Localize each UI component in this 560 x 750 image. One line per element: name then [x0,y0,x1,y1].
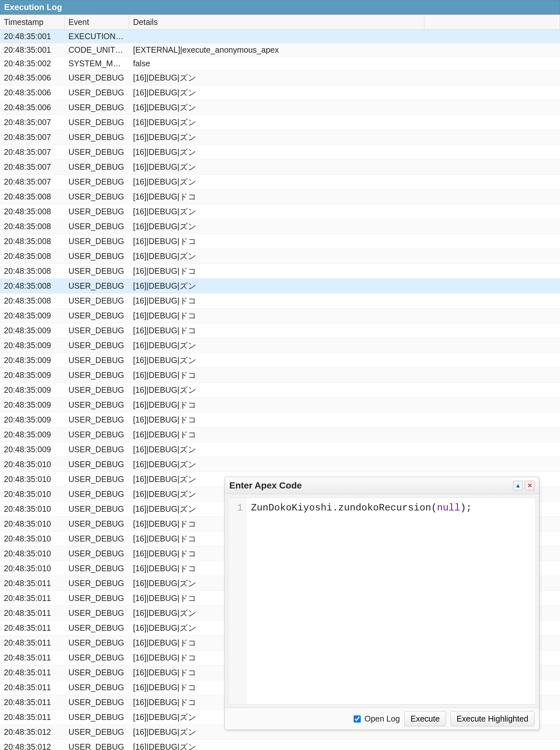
cell-event: USER_DEBUG [65,279,129,293]
cell-timestamp: 20:48:35:011 [0,711,65,724]
cell-timestamp: 20:48:35:011 [0,577,65,590]
column-header-timestamp[interactable]: Timestamp [0,15,65,29]
table-row[interactable]: 20:48:35:007USER_DEBUG[16]|DEBUG|ズン [0,160,560,175]
table-row[interactable]: 20:48:35:007USER_DEBUG[16]|DEBUG|ズン [0,145,560,160]
cell-timestamp: 20:48:35:011 [0,592,65,605]
cell-timestamp: 20:48:35:010 [0,562,65,575]
column-header-spacer [424,15,560,29]
cell-event: USER_DEBUG [65,205,129,218]
panel-title: Execution Log [0,0,560,15]
line-number: 1 [228,502,243,513]
cell-event: USER_DEBUG [65,235,129,248]
cell-details: [16]|DEBUG|ズン [129,353,560,368]
code-area[interactable]: ZunDokoKiyoshi.zundokoRecursion(null); [246,498,536,704]
cell-timestamp: 20:48:35:008 [0,220,65,233]
cell-details: [16]|DEBUG|ズン [129,219,560,234]
cell-details: [16]|DEBUG|ズン [129,739,560,750]
cell-timestamp: 20:48:35:010 [0,473,65,486]
cell-event: USER_DEBUG [65,383,129,397]
table-row[interactable]: 20:48:35:009USER_DEBUG[16]|DEBUG|ドコ [0,398,560,413]
cell-event: USER_DEBUG [65,517,129,531]
cell-event: USER_DEBUG [65,145,129,159]
cell-timestamp: 20:48:35:001 [0,30,65,43]
table-row[interactable]: 20:48:35:008USER_DEBUG[16]|DEBUG|ズン [0,219,560,234]
dialog-header[interactable]: Enter Apex Code ▲ ✕ [225,477,539,494]
table-row[interactable]: 20:48:35:001EXECUTION_ST... [0,30,560,43]
cell-timestamp: 20:48:35:008 [0,294,65,308]
execute-button[interactable]: Execute [405,711,446,726]
cell-timestamp: 20:48:35:010 [0,517,65,531]
cell-event: CODE_UNIT_ST... [65,43,129,57]
table-row[interactable]: 20:48:35:008USER_DEBUG[16]|DEBUG|ドコ [0,294,560,309]
table-row[interactable]: 20:48:35:007USER_DEBUG[16]|DEBUG|ズン [0,175,560,190]
cell-details: [16]|DEBUG|ズン [129,383,560,397]
column-header-event[interactable]: Event [65,15,129,29]
table-row[interactable]: 20:48:35:007USER_DEBUG[16]|DEBUG|ズン [0,115,560,130]
table-row[interactable]: 20:48:35:009USER_DEBUG[16]|DEBUG|ドコ [0,368,560,383]
table-row[interactable]: 20:48:35:001CODE_UNIT_ST...[EXTERNAL]|ex… [0,43,560,57]
table-row[interactable]: 20:48:35:008USER_DEBUG[16]|DEBUG|ズン [0,279,560,294]
table-row[interactable]: 20:48:35:009USER_DEBUG[16]|DEBUG|ドコ [0,427,560,442]
table-row[interactable]: 20:48:35:008USER_DEBUG[16]|DEBUG|ドコ [0,234,560,249]
table-row[interactable]: 20:48:35:006USER_DEBUG[16]|DEBUG|ズン [0,71,560,85]
execute-highlighted-button[interactable]: Execute Highlighted [451,711,535,726]
cell-timestamp: 20:48:35:009 [0,443,65,456]
cell-event: USER_DEBUG [65,458,129,471]
table-row[interactable]: 20:48:35:009USER_DEBUG[16]|DEBUG|ズン [0,442,560,457]
table-row[interactable]: 20:48:35:010USER_DEBUG[16]|DEBUG|ズン [0,457,560,472]
cell-timestamp: 20:48:35:010 [0,502,65,516]
cell-event: USER_DEBUG [65,339,129,352]
cell-timestamp: 20:48:35:011 [0,696,65,709]
cell-event: USER_DEBUG [65,175,129,189]
table-row[interactable]: 20:48:35:009USER_DEBUG[16]|DEBUG|ドコ [0,323,560,338]
cell-event: USER_DEBUG [65,131,129,144]
cell-timestamp: 20:48:35:007 [0,116,65,129]
open-log-checkbox[interactable]: Open Log [352,714,400,724]
table-row[interactable]: 20:48:35:012USER_DEBUG[16]|DEBUG|ズン [0,739,560,750]
table-row[interactable]: 20:48:35:009USER_DEBUG[16]|DEBUG|ズン [0,338,560,353]
cell-details: [16]|DEBUG|ドコ [129,309,560,323]
cell-timestamp: 20:48:35:011 [0,607,65,620]
table-row[interactable]: 20:48:35:009USER_DEBUG[16]|DEBUG|ズン [0,353,560,368]
cell-timestamp: 20:48:35:008 [0,279,65,293]
cell-event: USER_DEBUG [65,86,129,99]
table-row[interactable]: 20:48:35:007USER_DEBUG[16]|DEBUG|ズン [0,130,560,145]
cell-details: [16]|DEBUG|ズン [129,457,560,472]
close-icon[interactable]: ✕ [525,481,535,490]
cell-timestamp: 20:48:35:007 [0,160,65,174]
table-row[interactable]: 20:48:35:009USER_DEBUG[16]|DEBUG|ズン [0,383,560,398]
cell-timestamp: 20:48:35:006 [0,71,65,84]
collapse-icon[interactable]: ▲ [513,481,523,490]
table-row[interactable]: 20:48:35:006USER_DEBUG[16]|DEBUG|ズン [0,85,560,100]
cell-event: USER_DEBUG [65,190,129,203]
cell-details: [16]|DEBUG|ズン [129,115,560,130]
table-row[interactable]: 20:48:35:008USER_DEBUG[16]|DEBUG|ドコ [0,264,560,279]
cell-timestamp: 20:48:35:001 [0,43,65,57]
code-editor[interactable]: 1 ZunDokoKiyoshi.zundokoRecursion(null); [228,497,536,705]
cell-details: [16]|DEBUG|ズン [129,249,560,263]
cell-timestamp: 20:48:35:010 [0,547,65,560]
cell-timestamp: 20:48:35:011 [0,666,65,679]
cell-timestamp: 20:48:35:007 [0,175,65,189]
table-row[interactable]: 20:48:35:002SYSTEM_MODE...false [0,57,560,71]
cell-timestamp: 20:48:35:002 [0,57,65,70]
code-keyword-null: null [437,502,460,513]
cell-event: USER_DEBUG [65,621,129,635]
table-row[interactable]: 20:48:35:009USER_DEBUG[16]|DEBUG|ドコ [0,309,560,323]
column-header-details[interactable]: Details [129,15,424,29]
table-row[interactable]: 20:48:35:006USER_DEBUG[16]|DEBUG|ズン [0,100,560,115]
cell-event: USER_DEBUG [65,398,129,412]
cell-timestamp: 20:48:35:008 [0,264,65,278]
cell-event: USER_DEBUG [65,607,129,620]
open-log-checkbox-input[interactable] [354,715,361,723]
cell-event: USER_DEBUG [65,562,129,575]
cell-event: USER_DEBUG [65,711,129,724]
table-row[interactable]: 20:48:35:009USER_DEBUG[16]|DEBUG|ドコ [0,413,560,427]
dialog-footer: Open Log Execute Execute Highlighted [225,708,539,730]
table-row[interactable]: 20:48:35:008USER_DEBUG[16]|DEBUG|ズン [0,204,560,219]
cell-event: USER_DEBUG [65,428,129,441]
table-row[interactable]: 20:48:35:008USER_DEBUG[16]|DEBUG|ズン [0,249,560,264]
cell-event: USER_DEBUG [65,71,129,84]
cell-details: [16]|DEBUG|ズン [129,71,560,85]
table-row[interactable]: 20:48:35:008USER_DEBUG[16]|DEBUG|ドコ [0,190,560,204]
